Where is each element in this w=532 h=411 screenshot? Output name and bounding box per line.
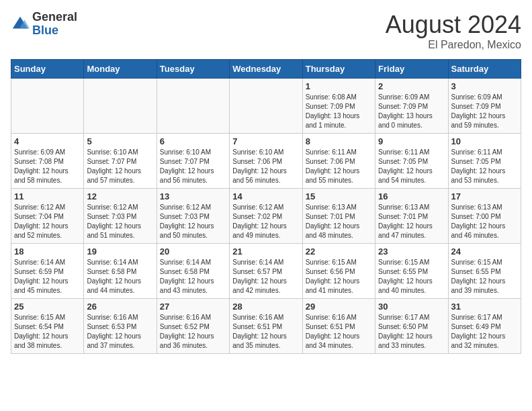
calendar-cell: 11Sunrise: 6:12 AM Sunset: 7:04 PM Dayli… <box>11 189 84 244</box>
calendar-cell: 3Sunrise: 6:09 AM Sunset: 7:09 PM Daylig… <box>448 79 521 134</box>
week-row-3: 11Sunrise: 6:12 AM Sunset: 7:04 PM Dayli… <box>11 189 521 244</box>
day-number: 8 <box>306 136 372 146</box>
calendar-cell: 29Sunrise: 6:16 AM Sunset: 6:51 PM Dayli… <box>302 299 375 354</box>
calendar-cell: 1Sunrise: 6:08 AM Sunset: 7:09 PM Daylig… <box>302 79 375 134</box>
calendar-table: SundayMondayTuesdayWednesdayThursdayFrid… <box>11 59 521 354</box>
day-number: 12 <box>87 191 153 201</box>
day-number: 25 <box>14 302 81 312</box>
day-of-week-friday: Friday <box>375 60 448 79</box>
day-info: Sunrise: 6:15 AM Sunset: 6:54 PM Dayligh… <box>14 313 81 351</box>
day-info: Sunrise: 6:12 AM Sunset: 7:02 PM Dayligh… <box>232 203 299 240</box>
day-info: Sunrise: 6:09 AM Sunset: 7:09 PM Dayligh… <box>378 93 445 130</box>
calendar-cell <box>84 79 157 134</box>
calendar-cell: 20Sunrise: 6:14 AM Sunset: 6:58 PM Dayli… <box>157 244 229 299</box>
calendar-cell: 24Sunrise: 6:15 AM Sunset: 6:55 PM Dayli… <box>448 244 521 299</box>
day-number: 11 <box>14 191 81 201</box>
day-number: 17 <box>451 191 518 201</box>
calendar-cell: 19Sunrise: 6:14 AM Sunset: 6:58 PM Dayli… <box>84 244 157 299</box>
day-of-week-saturday: Saturday <box>448 60 521 79</box>
day-number: 15 <box>306 191 372 201</box>
days-of-week-row: SundayMondayTuesdayWednesdayThursdayFrid… <box>11 60 521 79</box>
day-number: 28 <box>232 302 299 312</box>
day-number: 22 <box>306 246 372 257</box>
calendar-cell <box>157 79 229 134</box>
day-number: 24 <box>451 246 518 257</box>
calendar-cell: 23Sunrise: 6:15 AM Sunset: 6:55 PM Dayli… <box>375 244 448 299</box>
day-number: 27 <box>160 302 226 312</box>
calendar-cell: 17Sunrise: 6:13 AM Sunset: 7:00 PM Dayli… <box>448 189 521 244</box>
day-info: Sunrise: 6:10 AM Sunset: 7:07 PM Dayligh… <box>160 148 226 185</box>
week-row-5: 25Sunrise: 6:15 AM Sunset: 6:54 PM Dayli… <box>11 299 521 354</box>
calendar-cell: 16Sunrise: 6:13 AM Sunset: 7:01 PM Dayli… <box>375 189 448 244</box>
day-number: 9 <box>378 136 445 146</box>
logo-blue-text: Blue <box>32 24 58 37</box>
day-info: Sunrise: 6:17 AM Sunset: 6:49 PM Dayligh… <box>451 313 518 351</box>
calendar-cell: 9Sunrise: 6:11 AM Sunset: 7:05 PM Daylig… <box>375 134 448 189</box>
location-subtitle: El Paredon, Mexico <box>386 39 521 51</box>
day-of-week-monday: Monday <box>84 60 157 79</box>
calendar-cell: 5Sunrise: 6:10 AM Sunset: 7:07 PM Daylig… <box>84 134 157 189</box>
calendar-body: 1Sunrise: 6:08 AM Sunset: 7:09 PM Daylig… <box>11 79 521 354</box>
day-info: Sunrise: 6:16 AM Sunset: 6:51 PM Dayligh… <box>232 313 299 351</box>
calendar-cell: 7Sunrise: 6:10 AM Sunset: 7:06 PM Daylig… <box>230 134 302 189</box>
week-row-2: 4Sunrise: 6:09 AM Sunset: 7:08 PM Daylig… <box>11 134 521 189</box>
calendar-cell: 13Sunrise: 6:12 AM Sunset: 7:03 PM Dayli… <box>157 189 229 244</box>
day-number: 18 <box>14 246 81 257</box>
day-info: Sunrise: 6:08 AM Sunset: 7:09 PM Dayligh… <box>306 93 372 130</box>
page-header: General Blue August 2024 El Paredon, Mex… <box>11 11 521 51</box>
calendar-cell: 18Sunrise: 6:14 AM Sunset: 6:59 PM Dayli… <box>11 244 84 299</box>
day-info: Sunrise: 6:15 AM Sunset: 6:55 PM Dayligh… <box>378 258 445 295</box>
calendar-cell: 30Sunrise: 6:17 AM Sunset: 6:50 PM Dayli… <box>375 299 448 354</box>
day-of-week-thursday: Thursday <box>302 60 375 79</box>
day-of-week-tuesday: Tuesday <box>157 60 229 79</box>
calendar-header: SundayMondayTuesdayWednesdayThursdayFrid… <box>11 60 521 79</box>
day-info: Sunrise: 6:09 AM Sunset: 7:08 PM Dayligh… <box>14 148 81 185</box>
day-info: Sunrise: 6:09 AM Sunset: 7:09 PM Dayligh… <box>451 93 518 130</box>
day-number: 23 <box>378 246 445 257</box>
day-number: 3 <box>451 81 518 91</box>
calendar-cell <box>11 79 84 134</box>
day-number: 21 <box>232 246 299 257</box>
day-number: 26 <box>87 302 153 312</box>
logo-icon <box>11 15 30 34</box>
day-number: 29 <box>306 302 372 312</box>
calendar-cell: 6Sunrise: 6:10 AM Sunset: 7:07 PM Daylig… <box>157 134 229 189</box>
day-number: 14 <box>232 191 299 201</box>
calendar-cell: 26Sunrise: 6:16 AM Sunset: 6:53 PM Dayli… <box>84 299 157 354</box>
logo-general-text: General <box>32 10 77 24</box>
calendar-cell: 14Sunrise: 6:12 AM Sunset: 7:02 PM Dayli… <box>230 189 302 244</box>
day-number: 10 <box>451 136 518 146</box>
day-number: 13 <box>160 191 226 201</box>
day-info: Sunrise: 6:16 AM Sunset: 6:52 PM Dayligh… <box>160 313 226 351</box>
day-info: Sunrise: 6:13 AM Sunset: 7:01 PM Dayligh… <box>378 203 445 240</box>
calendar-cell: 21Sunrise: 6:14 AM Sunset: 6:57 PM Dayli… <box>230 244 302 299</box>
week-row-4: 18Sunrise: 6:14 AM Sunset: 6:59 PM Dayli… <box>11 244 521 299</box>
day-info: Sunrise: 6:13 AM Sunset: 7:00 PM Dayligh… <box>451 203 518 240</box>
day-info: Sunrise: 6:14 AM Sunset: 6:58 PM Dayligh… <box>87 258 153 295</box>
month-title: August 2024 <box>386 11 521 39</box>
day-of-week-sunday: Sunday <box>11 60 84 79</box>
day-info: Sunrise: 6:14 AM Sunset: 6:57 PM Dayligh… <box>232 258 299 295</box>
day-info: Sunrise: 6:10 AM Sunset: 7:06 PM Dayligh… <box>232 148 299 185</box>
calendar-cell: 12Sunrise: 6:12 AM Sunset: 7:03 PM Dayli… <box>84 189 157 244</box>
calendar-cell: 4Sunrise: 6:09 AM Sunset: 7:08 PM Daylig… <box>11 134 84 189</box>
calendar-cell: 15Sunrise: 6:13 AM Sunset: 7:01 PM Dayli… <box>302 189 375 244</box>
day-number: 2 <box>378 81 445 91</box>
day-number: 20 <box>160 246 226 257</box>
day-info: Sunrise: 6:13 AM Sunset: 7:01 PM Dayligh… <box>306 203 372 240</box>
day-number: 30 <box>378 302 445 312</box>
day-info: Sunrise: 6:17 AM Sunset: 6:50 PM Dayligh… <box>378 313 445 351</box>
day-info: Sunrise: 6:11 AM Sunset: 7:06 PM Dayligh… <box>306 148 372 185</box>
calendar-cell: 10Sunrise: 6:11 AM Sunset: 7:05 PM Dayli… <box>448 134 521 189</box>
day-number: 7 <box>232 136 299 146</box>
day-info: Sunrise: 6:15 AM Sunset: 6:55 PM Dayligh… <box>451 258 518 295</box>
calendar-cell <box>230 79 302 134</box>
day-info: Sunrise: 6:14 AM Sunset: 6:58 PM Dayligh… <box>160 258 226 295</box>
day-number: 6 <box>160 136 226 146</box>
calendar-cell: 27Sunrise: 6:16 AM Sunset: 6:52 PM Dayli… <box>157 299 229 354</box>
calendar-cell: 31Sunrise: 6:17 AM Sunset: 6:49 PM Dayli… <box>448 299 521 354</box>
day-of-week-wednesday: Wednesday <box>230 60 302 79</box>
calendar-cell: 25Sunrise: 6:15 AM Sunset: 6:54 PM Dayli… <box>11 299 84 354</box>
week-row-1: 1Sunrise: 6:08 AM Sunset: 7:09 PM Daylig… <box>11 79 521 134</box>
day-info: Sunrise: 6:12 AM Sunset: 7:03 PM Dayligh… <box>87 203 153 240</box>
